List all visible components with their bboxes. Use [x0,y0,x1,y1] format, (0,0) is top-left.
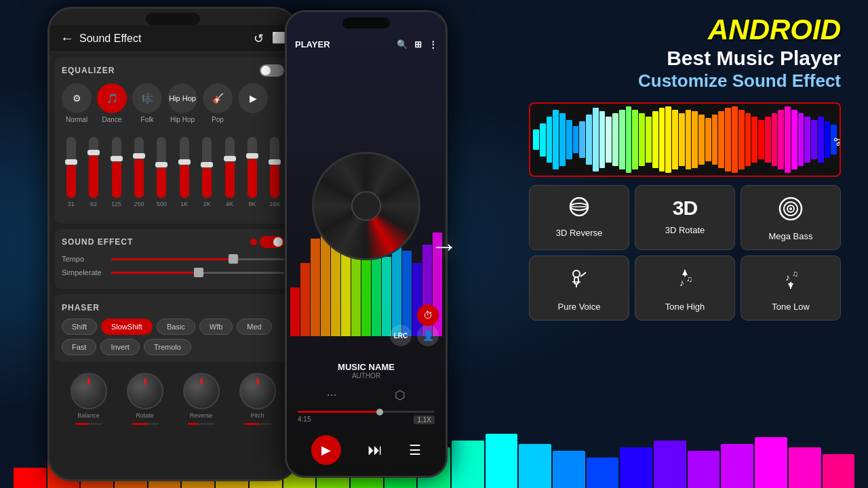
player-controls: ▶ ⏭ ☰ [287,430,446,476]
pure-voice-icon [567,267,591,296]
eq-band-125[interactable]: 125 [107,137,125,207]
phone-left: ← Sound Effect ↺ ⬜ EQUALIZER ⚙ [47,7,298,481]
search-icon[interactable]: 🔍 [397,39,408,49]
sub-title: Customize Sound Effect [529,70,841,92]
phaser-section: PHASER Shift SlowShift Basic Wfb Med Fas… [55,294,291,362]
speed-indicator[interactable]: 1.1X [414,415,435,424]
se-title: SOUND EFFECT [62,237,133,247]
reverse-knob[interactable]: Reverse [183,373,220,425]
player-header: PLAYER 🔍 ⊞ ⋮ [287,31,446,55]
simpelerate-slider[interactable]: Simpelerate [62,268,284,277]
effect-3d-reverse[interactable]: 3D Reverse [529,185,629,250]
eq-band-500[interactable]: 500 [153,137,171,207]
svg-text:♫: ♫ [686,274,692,284]
main-title: Best Music Player [529,46,841,70]
player-progress: 4:15 1.1X [287,405,446,430]
tone-high-label: Tone High [665,302,705,312]
phaser-shift[interactable]: Shift [62,319,97,335]
player-title: PLAYER [295,39,330,49]
eq-band-31[interactable]: 31 [62,137,80,207]
timer-button[interactable]: ⏱ [417,304,439,326]
eq-band-62[interactable]: 62 [84,137,102,207]
more-options-icon[interactable]: ··· [327,388,337,403]
phaser-fast[interactable]: Fast [62,339,96,355]
more-icon[interactable]: ⋮ [429,39,437,49]
preset-dance[interactable]: 🎵 Dance [97,83,127,123]
save-icon[interactable]: ⬜ [272,31,285,46]
rotate-knob[interactable]: Rotate [127,373,163,425]
svg-text:♪: ♪ [679,277,684,288]
preset-pop[interactable]: 🎸 Pop [203,83,233,123]
eq-band-16k[interactable]: 16K [266,137,284,207]
knobs-row: Balance Rotate Reverse [55,367,291,430]
phaser-slowshift[interactable]: SlowShift [101,319,153,335]
svg-line-11 [580,272,586,277]
back-button[interactable]: ← [60,30,74,46]
equalizer-section: EQUALIZER ⚙ Normal 🎵 Dance 🎼 [55,58,291,224]
effect-mega-bass[interactable]: Mega Bass [741,185,841,250]
arrow-indicator: → [431,224,458,264]
eq-toggle[interactable] [260,64,284,77]
3d-rotate-icon: 3D [673,197,697,220]
music-author: AUTHOR [298,372,435,380]
3d-rotate-label: 3D Rotate [665,225,705,235]
next-button[interactable]: ⏭ [368,441,382,459]
tone-low-label: Tone Low [772,302,810,312]
effect-tone-low[interactable]: ♪ ♫ Tone Low [741,256,841,321]
mega-bass-icon [778,197,803,226]
pitch-knob[interactable]: Pitch [239,373,276,425]
eq-band-1k[interactable]: 1K [175,137,193,207]
phaser-invert[interactable]: Invert [100,339,140,355]
app-header: ← Sound Effect ↺ ⬜ [50,25,296,52]
vinyl-disc [312,152,420,260]
effect-tone-high[interactable]: ♪ ♫ Tone High [635,256,735,321]
waveform-visualizer: ✂ [529,102,841,177]
play-button[interactable]: ▶ [311,435,341,465]
effects-grid: 3D Reverse 3D 3D Rotate Mega Bass [529,185,841,321]
mega-bass-label: Mega Bass [768,231,812,241]
music-name: MUSIC NAME [298,362,435,372]
eq-band-250[interactable]: 250 [130,137,148,207]
eq-band-4k[interactable]: 4K [220,137,239,207]
phaser-tremolo[interactable]: Tremolo [144,339,191,355]
eq-band-2k[interactable]: 2K [197,137,216,207]
svg-text:♪: ♪ [785,272,790,283]
effect-pure-voice[interactable]: Pure Voice [529,256,629,321]
title-area: ANDROID Best Music Player Customize Soun… [529,14,841,92]
3d-reverse-label: 3D Reverse [556,228,603,238]
phaser-wfb[interactable]: Wfb [199,319,233,335]
svg-rect-8 [574,277,578,284]
eq-sliders: 31 62 125 [62,131,284,213]
scissors-icon: ✂ [834,129,841,151]
filter-icon[interactable]: ⊞ [414,39,422,49]
3d-reverse-icon [566,197,593,222]
sound-effect-section: SOUND EFFECT Tempo Simpelerate [55,229,291,289]
tone-low-icon: ♪ ♫ [778,267,803,296]
playlist-icon[interactable]: ☰ [409,442,421,458]
refresh-icon[interactable]: ↺ [254,31,264,46]
svg-point-7 [573,270,580,277]
app-title: Sound Effect [79,33,141,45]
current-time: 4:15 [298,415,311,424]
phaser-med[interactable]: Med [237,319,271,335]
preset-more[interactable]: ▶ [238,83,268,123]
effect-3d-rotate[interactable]: 3D 3D Rotate [635,185,735,250]
player-info: MUSIC NAME AUTHOR [287,357,446,385]
preset-hiphop[interactable]: Hip Hop Hip Hop [167,83,197,123]
tempo-slider[interactable]: Tempo [62,255,284,263]
balance-knob[interactable]: Balance [71,373,107,425]
vinyl-area: LRC 👤 ⏱ [287,55,446,357]
eq-title: EQUALIZER [62,66,115,75]
android-title: ANDROID [529,14,841,46]
preset-folk[interactable]: 🎼 Folk [132,83,162,123]
phone-mid: PLAYER 🔍 ⊞ ⋮ [285,10,448,478]
preset-normal[interactable]: ⚙ Normal [62,83,92,123]
svg-point-6 [789,207,792,210]
phaser-basic[interactable]: Basic [157,319,195,335]
eq-band-8k[interactable]: 8K [243,137,261,207]
share-icon[interactable]: ⬡ [395,388,406,403]
eq-presets: ⚙ Normal 🎵 Dance 🎼 Folk Hip Hop Hip Hop … [62,83,284,123]
tone-high-icon: ♪ ♫ [673,267,697,296]
svg-text:♫: ♫ [792,269,798,279]
right-panel: ANDROID Best Music Player Customize Soun… [529,14,841,321]
